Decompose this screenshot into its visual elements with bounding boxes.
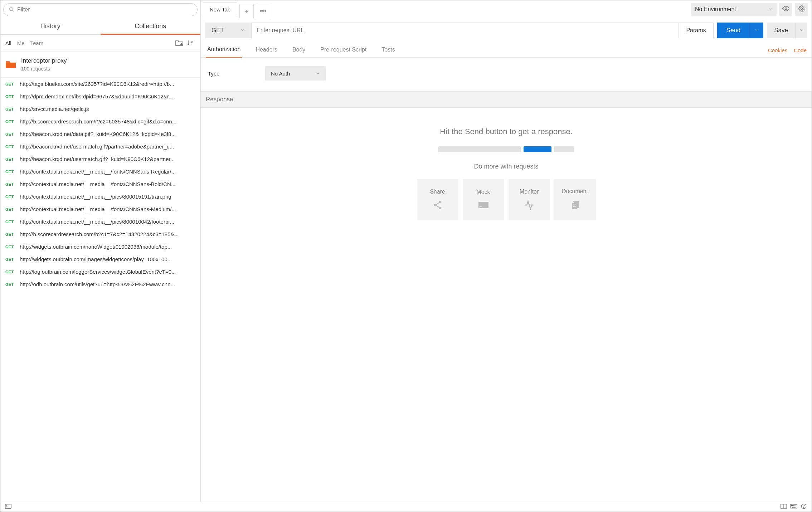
request-tab-active[interactable]: New Tab [203,2,237,16]
request-row[interactable]: GEThttp://contextual.media.net/__media__… [0,178,200,190]
request-url: http://b.scorecardresearch.com/r?c2=6035… [20,118,195,125]
tab-collections[interactable]: Collections [101,19,201,35]
chevron-down-icon [240,27,245,34]
scope-all[interactable]: All [5,40,11,46]
request-method: GET [5,82,20,86]
request-url: http://contextual.media.net/__media__/pi… [20,219,195,225]
document-label: Document [562,188,588,195]
svg-point-0 [10,7,13,10]
request-url: http://log.outbrain.com/loggerServices/w… [20,269,195,275]
subtab-body[interactable]: Body [291,44,307,57]
send-button[interactable]: Send [717,23,750,38]
document-card[interactable]: Document [554,179,596,220]
svg-rect-10 [480,206,481,207]
svg-rect-18 [791,504,797,508]
environment-selected-label: No Environment [695,6,736,13]
layout-toggle-button[interactable] [779,502,789,512]
tab-options-button[interactable]: ••• [256,4,270,18]
svg-rect-14 [5,504,11,508]
help-icon [801,503,807,510]
new-collection-button[interactable] [174,38,185,48]
keyboard-icon [790,504,797,510]
environment-select[interactable]: No Environment [691,3,777,16]
cookies-link[interactable]: Cookies [768,47,787,53]
request-url: http://beacon.krxd.net/usermatch.gif?_ku… [20,156,195,162]
request-url: http://widgets.outbrain.com/nanoWidget/0… [20,244,195,250]
request-url: http://contextual.media.net/__media__/pi… [20,194,195,200]
scope-me[interactable]: Me [17,40,25,46]
share-card[interactable]: Share [417,179,458,220]
send-options-button[interactable] [750,23,763,38]
server-icon [478,200,489,211]
svg-rect-12 [573,204,576,205]
request-url: http://beacon.krxd.net/data.gif?_kuid=K9… [20,131,195,137]
chevron-down-icon [755,28,759,33]
help-button[interactable] [799,502,809,512]
sort-button[interactable] [185,38,195,48]
request-method: GET [5,145,20,149]
request-url: http://contextual.media.net/__media__/fo… [20,181,195,187]
share-icon [433,200,443,211]
request-method: GET [5,207,20,211]
params-button[interactable]: Params [679,23,713,38]
request-method: GET [5,157,20,161]
request-row[interactable]: GEThttp://widgets.outbrain.com/nanoWidge… [0,240,200,253]
environment-quicklook-button[interactable] [779,3,792,16]
request-row[interactable]: GEThttp://beacon.krxd.net/usermatch.gif?… [0,140,200,153]
request-row[interactable]: GEThttp://contextual.media.net/__media__… [0,190,200,203]
request-row[interactable]: GEThttp://srvcc.media.net/getlc.js [0,103,200,115]
tab-history[interactable]: History [0,19,101,34]
request-row[interactable]: GEThttp://contextual.media.net/__media__… [0,215,200,228]
request-row[interactable]: GEThttp://dpm.demdex.net/ibs:dpid=66757&… [0,90,200,103]
folder-icon [5,59,21,70]
chevron-down-icon [768,6,772,13]
save-options-button[interactable] [795,23,807,38]
request-row[interactable]: GEThttp://tags.bluekai.com/site/26357?id… [0,78,200,90]
collection-name: Interceptor proxy [21,57,67,64]
subtab-prerequest[interactable]: Pre-request Script [319,44,368,57]
document-icon [570,200,580,211]
save-button[interactable]: Save [767,23,795,38]
mock-card[interactable]: Mock [463,179,504,220]
filter-input[interactable] [17,6,192,13]
svg-rect-11 [481,206,482,207]
url-input[interactable] [252,23,679,38]
request-row[interactable]: GEThttp://odb.outbrain.com/utils/get?url… [0,278,200,291]
monitor-label: Monitor [520,189,539,195]
settings-button[interactable] [795,3,808,16]
subtab-authorization[interactable]: Authorization [206,43,242,58]
collection-header[interactable]: Interceptor proxy 100 requests [0,52,200,78]
code-link[interactable]: Code [794,47,807,53]
svg-rect-9 [478,202,488,208]
scope-team[interactable]: Team [30,40,44,46]
request-url: http://contextual.media.net/__media__/fo… [20,169,195,175]
filter-box[interactable] [3,3,198,16]
console-button[interactable] [3,502,13,512]
request-row[interactable]: GEThttp://contextual.media.net/__media__… [0,203,200,215]
method-label: GET [211,27,224,34]
request-row[interactable]: GEThttp://b.scorecardresearch.com/r?c2=6… [0,115,200,128]
svg-line-1 [13,10,14,11]
keyboard-shortcuts-button[interactable] [789,502,799,512]
ellipsis-icon: ••• [260,8,267,15]
response-placeholder: Hit the Send button to get a response. [440,127,573,136]
request-method: GET [5,245,20,249]
do-more-label: Do more with requests [474,163,538,170]
method-select[interactable]: GET [205,23,252,38]
new-tab-button[interactable]: ＋ [239,4,254,18]
request-url: http://dpm.demdex.net/ibs:dpid=66757&&dp… [20,93,195,99]
auth-type-select[interactable]: No Auth [265,66,326,81]
plus-icon: ＋ [243,7,250,15]
request-row[interactable]: GEThttp://b.scorecardresearch.com/b?c1=7… [0,228,200,240]
request-row[interactable]: GEThttp://contextual.media.net/__media__… [0,165,200,178]
request-row[interactable]: GEThttp://widgets.outbrain.com/images/wi… [0,253,200,265]
request-method: GET [5,232,20,237]
chevron-down-icon [316,70,320,77]
mock-label: Mock [476,189,490,195]
subtab-headers[interactable]: Headers [254,44,278,57]
request-row[interactable]: GEThttp://log.outbrain.com/loggerService… [0,265,200,278]
monitor-card[interactable]: Monitor [509,179,550,220]
request-row[interactable]: GEThttp://beacon.krxd.net/data.gif?_kuid… [0,128,200,140]
request-row[interactable]: GEThttp://beacon.krxd.net/usermatch.gif?… [0,153,200,165]
subtab-tests[interactable]: Tests [380,44,396,57]
